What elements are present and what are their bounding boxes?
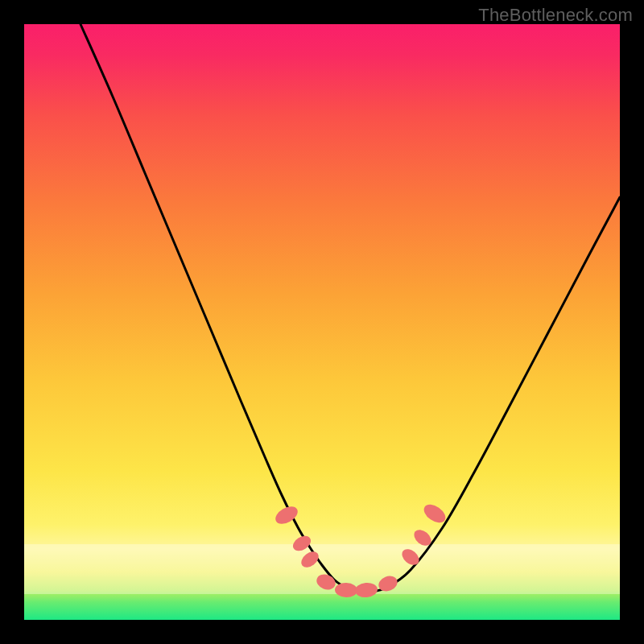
curve-line — [80, 24, 620, 592]
plot-area — [24, 24, 620, 620]
data-marker — [315, 572, 338, 592]
markers-group — [273, 501, 449, 598]
data-marker — [335, 583, 358, 598]
watermark-text: TheBottleneck.com — [478, 5, 633, 26]
data-marker — [354, 582, 378, 598]
data-marker — [399, 546, 423, 568]
chart-frame: TheBottleneck.com — [0, 0, 644, 644]
curve-svg — [24, 24, 620, 620]
